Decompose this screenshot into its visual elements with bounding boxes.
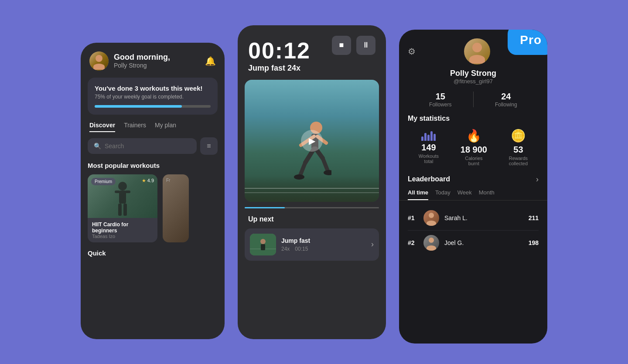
progress-bar-bg	[95, 105, 211, 108]
up-next-label: Up next	[238, 208, 386, 228]
greeting-text: Good morning,	[114, 53, 200, 62]
metrics-row: 149 Workoutstotal 🔥 18 900 Caloriesburnt…	[399, 129, 547, 175]
workouts-label: Workoutstotal	[419, 153, 439, 164]
exercise-name: Jump fast 24x	[238, 64, 386, 80]
workout-card-subtitle: 75% of your weekly goal is completed.	[95, 94, 211, 100]
search-icon: 🔍	[94, 143, 101, 150]
p1-user-info: Good morning, Polly Strong	[114, 53, 200, 69]
followers-label: Followers	[408, 102, 473, 108]
svg-rect-1	[119, 191, 126, 204]
next-chevron-icon: ›	[371, 240, 374, 249]
chart-icon	[419, 129, 439, 141]
svg-rect-2	[115, 191, 120, 193]
tab-trainers[interactable]: Trainers	[124, 122, 146, 132]
next-exercise-thumbnail	[250, 234, 276, 255]
svg-point-0	[118, 182, 127, 191]
phone-profile-screen: Pro ⚙ Polly Strong @fitness_girl97 15 Fo…	[399, 30, 547, 344]
section-title-popular: Most popular workouts	[81, 162, 225, 169]
search-row: 🔍 ≡	[88, 137, 218, 155]
svg-line-13	[323, 158, 328, 171]
svg-point-15	[324, 170, 331, 175]
rank-1: #1	[408, 214, 418, 221]
user-name: Polly Strong	[114, 62, 200, 69]
next-exercise-meta: 24x 00:15	[281, 246, 366, 252]
rewards-label: Rewardscollected	[509, 156, 528, 166]
followers-count: 15	[408, 92, 473, 102]
fire-icon: 🔥	[461, 129, 487, 143]
phone-workout-screen: 00:12 ■ ⏸ Jump fast 24x	[238, 25, 386, 339]
profile-name: Polly Strong	[399, 69, 547, 78]
leaderboard-row-2: #2 Joel G. 198	[399, 231, 547, 255]
followers-stat: 15 Followers	[408, 92, 473, 108]
lb-name-2: Joel G.	[444, 239, 523, 246]
p1-header: Good morning, Polly Strong 🔔	[81, 43, 225, 78]
next-exercise-name: Jump fast	[281, 237, 366, 244]
svg-line-11	[300, 163, 305, 176]
leaderboard-title: Leaderboard	[408, 175, 536, 183]
workout-card-title: You've done 3 workouts this week!	[95, 85, 211, 92]
statistics-section-title: My statistics	[399, 115, 547, 129]
lb-name-1: Sarah L.	[444, 214, 523, 221]
leaderboard-header: Leaderboard ›	[399, 175, 547, 189]
following-label: Following	[474, 102, 539, 108]
svg-rect-5	[123, 204, 127, 216]
profile-stats-row: 15 Followers 24 Following	[399, 92, 547, 115]
workout-video[interactable]: ▶	[245, 80, 379, 202]
stop-button[interactable]: ■	[332, 36, 351, 55]
profile-avatar	[464, 38, 490, 65]
workouts-value: 149	[419, 143, 439, 153]
lb-avatar-2	[423, 235, 439, 251]
workout-cards-row: Premium ★ 4.9 HIIT Cardio for beginners	[81, 174, 225, 242]
profile-handle: @fitness_girl97	[399, 78, 547, 85]
avatar	[89, 51, 109, 71]
rewards-value: 53	[509, 145, 528, 155]
settings-gear-icon[interactable]: ⚙	[408, 46, 416, 57]
calories-value: 18 900	[461, 145, 487, 155]
tab-today[interactable]: Today	[435, 189, 451, 200]
leaderboard-arrow-icon[interactable]: ›	[536, 175, 539, 184]
rating-badge: ★ 4.9	[142, 178, 154, 184]
weekly-progress-card: You've done 3 workouts this week! 75% of…	[88, 78, 218, 115]
next-duration: 00:15	[295, 246, 308, 252]
search-input[interactable]	[105, 143, 191, 150]
lb-score-2: 198	[529, 239, 539, 246]
calories-metric: 🔥 18 900 Caloriesburnt	[461, 129, 487, 166]
list-item[interactable]: Premium ★ 4.9 HIIT Cardio for beginners	[88, 174, 157, 242]
pause-button[interactable]: ⏸	[356, 36, 375, 55]
tab-week[interactable]: Week	[457, 189, 472, 200]
next-reps: 24x	[281, 246, 290, 252]
leaderboard-tabs: All time Today Week Month	[399, 189, 547, 201]
tab-month[interactable]: Month	[479, 189, 495, 200]
workouts-metric: 149 Workoutstotal	[419, 129, 439, 166]
pro-badge[interactable]: Pro	[508, 30, 547, 55]
workout-timer: 00:12	[248, 38, 311, 63]
tab-my-plan[interactable]: My plan	[155, 122, 176, 132]
svg-point-14	[294, 174, 304, 180]
svg-rect-3	[125, 191, 130, 193]
following-count: 24	[474, 92, 539, 102]
phone-home-screen: Good morning, Polly Strong 🔔 You've done…	[81, 43, 225, 339]
tab-discover[interactable]: Discover	[89, 122, 115, 132]
notification-bell-icon[interactable]: 🔔	[205, 56, 216, 66]
search-box[interactable]: 🔍	[88, 138, 197, 154]
lb-avatar-1	[423, 210, 439, 226]
svg-rect-4	[118, 204, 122, 216]
star-icon: ★	[142, 178, 146, 184]
filter-button[interactable]: ≡	[200, 137, 218, 155]
discover-tabs: Discover Trainers My plan	[81, 122, 225, 132]
play-button[interactable]: ▶	[301, 130, 323, 152]
partial-label: Fr	[163, 174, 189, 186]
lb-score-1: 211	[529, 214, 539, 221]
calories-label: Caloriesburnt	[461, 156, 487, 166]
following-stat: 24 Following	[474, 92, 539, 108]
svg-rect-19	[261, 244, 265, 250]
rank-2: #2	[408, 239, 418, 246]
workout-trainer: Tadeas Izo	[92, 234, 153, 239]
workout-title: HIIT Cardio for beginners	[92, 221, 153, 234]
list-item-partial: Fr	[163, 174, 189, 242]
leaderboard-row-1: #1 Sarah L. 211	[399, 206, 547, 230]
next-exercise-card[interactable]: Jump fast 24x 00:15 ›	[245, 228, 379, 261]
tab-all-time[interactable]: All time	[408, 189, 428, 200]
coin-icon: 🪙	[509, 129, 528, 143]
svg-point-18	[260, 239, 266, 244]
